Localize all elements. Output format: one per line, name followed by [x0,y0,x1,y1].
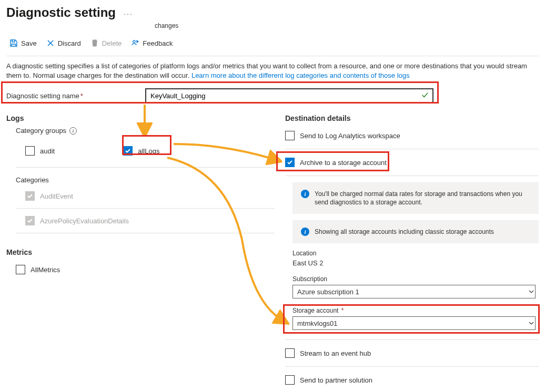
svg-point-0 [133,40,135,43]
chevron-down-icon [528,288,534,295]
feedback-label: Feedback [143,39,173,47]
location-label: Location [292,250,539,257]
save-label: Save [21,39,37,47]
location-value: East US 2 [292,259,539,267]
discard-button[interactable]: Discard [43,37,84,49]
archive-label[interactable]: Archive to a storage account [300,159,387,167]
azurepolicy-checkbox [25,216,35,225]
allmetrics-checkbox[interactable] [16,265,25,274]
feedback-icon [131,39,139,47]
logs-heading: Logs [6,114,275,122]
valid-check-icon [421,91,429,99]
storage-select[interactable]: mtmkvlogs01 [292,316,536,330]
metrics-heading: Metrics [6,248,275,256]
subscription-label: Subscription [292,275,539,283]
allmetrics-label[interactable]: AllMetrics [31,266,60,274]
delete-label: Delete [102,39,122,47]
storage-label: Storage account * [292,307,539,314]
changes-text: changes [155,22,539,29]
eventhub-label[interactable]: Stream to an event hub [300,349,371,357]
azurepolicy-label: AzurePolicyEvaluationDetails [40,217,129,225]
toolbar: Save Discard Delete Feedback [6,37,539,56]
alllogs-label[interactable]: allLogs [138,147,159,155]
category-groups-heading: Category groups i [16,127,275,135]
law-label[interactable]: Send to Log Analytics workspace [300,132,400,140]
save-icon [9,39,18,47]
info-icon[interactable]: i [69,127,77,135]
destination-heading: Destination details [285,114,539,122]
page-title: Diagnostic setting [6,5,116,20]
partner-checkbox[interactable] [285,375,295,385]
more-menu-icon[interactable]: ··· [122,5,135,18]
audit-checkbox[interactable] [25,146,35,156]
close-icon [46,39,55,47]
info-icon: i [301,190,309,198]
info-allstorage: i Showing all storage accounts including… [292,220,539,243]
info-charges: i You'll be charged normal data rates fo… [292,182,539,214]
info-icon: i [301,228,309,236]
audit-label[interactable]: audit [40,147,55,155]
law-checkbox[interactable] [285,131,295,140]
setting-name-label: Diagnostic setting name* [6,92,146,100]
chevron-down-icon [528,320,534,326]
subscription-select[interactable]: Azure subscription 1 [292,285,536,298]
intro-text: A diagnostic setting specifies a list of… [6,61,539,80]
save-button[interactable]: Save [6,37,40,49]
discard-label: Discard [58,39,81,47]
auditevent-checkbox [25,191,35,201]
auditevent-label: AuditEvent [40,192,73,200]
learn-more-link[interactable]: Learn more about the different log categ… [191,71,410,79]
feedback-button[interactable]: Feedback [128,37,176,49]
trash-icon [90,39,99,47]
setting-name-input[interactable] [146,89,433,102]
archive-checkbox[interactable] [285,158,295,167]
partner-label[interactable]: Send to partner solution [300,376,372,384]
alllogs-checkbox[interactable] [123,146,133,156]
delete-button: Delete [87,37,125,49]
eventhub-checkbox[interactable] [285,348,295,358]
categories-heading: Categories [16,176,275,184]
